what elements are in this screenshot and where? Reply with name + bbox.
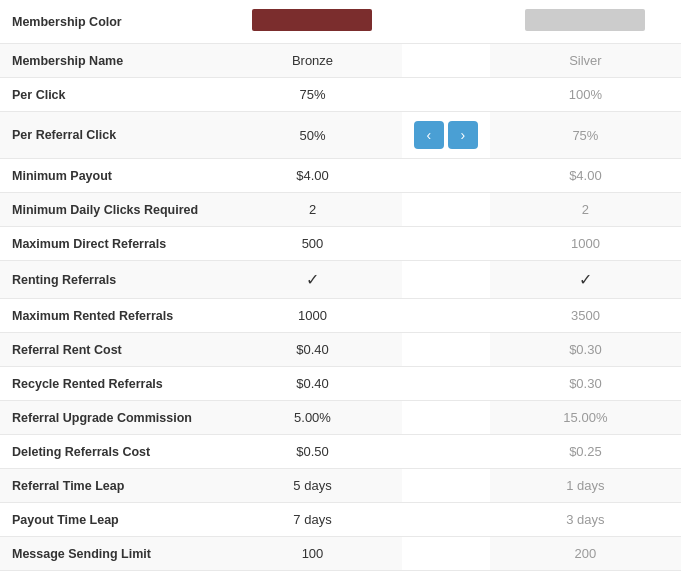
silver-value-15: 200 <box>490 537 681 571</box>
comparison-table: Membership ColorMembership NameBronzeSil… <box>0 0 681 571</box>
nav-cell-2 <box>402 78 490 112</box>
bronze-color-swatch <box>252 9 372 31</box>
nav-cell-10 <box>402 367 490 401</box>
row-label-12: Deleting Referrals Cost <box>0 435 223 469</box>
nav-cell-1 <box>402 44 490 78</box>
silver-value-14: 3 days <box>490 503 681 537</box>
bronze-value-2: 75% <box>223 78 402 112</box>
silver-value-2: 100% <box>490 78 681 112</box>
silver-value-10: $0.30 <box>490 367 681 401</box>
row-label-6: Maximum Direct Referrals <box>0 227 223 261</box>
bronze-value-1: Bronze <box>223 44 402 78</box>
nav-cell-15 <box>402 537 490 571</box>
row-label-10: Recycle Rented Referrals <box>0 367 223 401</box>
bronze-value-4: $4.00 <box>223 159 402 193</box>
nav-cell-4 <box>402 159 490 193</box>
bronze-value-14: 7 days <box>223 503 402 537</box>
nav-cell-8 <box>402 299 490 333</box>
bronze-value-13: 5 days <box>223 469 402 503</box>
silver-value-1: Silver <box>490 44 681 78</box>
bronze-value-8: 1000 <box>223 299 402 333</box>
silver-value-8: 3500 <box>490 299 681 333</box>
bronze-value-10: $0.40 <box>223 367 402 401</box>
nav-cell-14 <box>402 503 490 537</box>
row-label-5: Minimum Daily Clicks Required <box>0 193 223 227</box>
silver-value-11: 15.00% <box>490 401 681 435</box>
row-label-11: Referral Upgrade Commission <box>0 401 223 435</box>
bronze-checkmark: ✓ <box>306 271 319 288</box>
silver-value-7: ✓ <box>490 261 681 299</box>
nav-cell-11 <box>402 401 490 435</box>
row-label-2: Per Click <box>0 78 223 112</box>
nav-cell-3: ‹› <box>402 112 490 159</box>
nav-cell-7 <box>402 261 490 299</box>
silver-value-9: $0.30 <box>490 333 681 367</box>
nav-cell-0 <box>402 0 490 44</box>
nav-buttons: ‹› <box>414 121 478 149</box>
bronze-value-5: 2 <box>223 193 402 227</box>
silver-value-3: 75% <box>490 112 681 159</box>
next-button[interactable]: › <box>448 121 478 149</box>
silver-value-12: $0.25 <box>490 435 681 469</box>
nav-cell-9 <box>402 333 490 367</box>
row-label-9: Referral Rent Cost <box>0 333 223 367</box>
row-label-0: Membership Color <box>0 0 223 44</box>
row-label-7: Renting Referrals <box>0 261 223 299</box>
bronze-value-9: $0.40 <box>223 333 402 367</box>
comparison-table-container: Membership ColorMembership NameBronzeSil… <box>0 0 681 571</box>
row-label-13: Referral Time Leap <box>0 469 223 503</box>
row-label-8: Maximum Rented Referrals <box>0 299 223 333</box>
row-label-4: Minimum Payout <box>0 159 223 193</box>
silver-value-0 <box>490 0 681 44</box>
silver-value-6: 1000 <box>490 227 681 261</box>
bronze-value-12: $0.50 <box>223 435 402 469</box>
bronze-value-15: 100 <box>223 537 402 571</box>
bronze-value-0 <box>223 0 402 44</box>
nav-cell-13 <box>402 469 490 503</box>
nav-cell-12 <box>402 435 490 469</box>
silver-value-4: $4.00 <box>490 159 681 193</box>
bronze-value-11: 5.00% <box>223 401 402 435</box>
silver-color-swatch <box>525 9 645 31</box>
nav-cell-6 <box>402 227 490 261</box>
row-label-15: Message Sending Limit <box>0 537 223 571</box>
prev-button[interactable]: ‹ <box>414 121 444 149</box>
silver-value-13: 1 days <box>490 469 681 503</box>
bronze-value-3: 50% <box>223 112 402 159</box>
bronze-value-7: ✓ <box>223 261 402 299</box>
row-label-3: Per Referral Click <box>0 112 223 159</box>
silver-checkmark: ✓ <box>579 271 592 288</box>
row-label-1: Membership Name <box>0 44 223 78</box>
nav-cell-5 <box>402 193 490 227</box>
row-label-14: Payout Time Leap <box>0 503 223 537</box>
silver-value-5: 2 <box>490 193 681 227</box>
bronze-value-6: 500 <box>223 227 402 261</box>
